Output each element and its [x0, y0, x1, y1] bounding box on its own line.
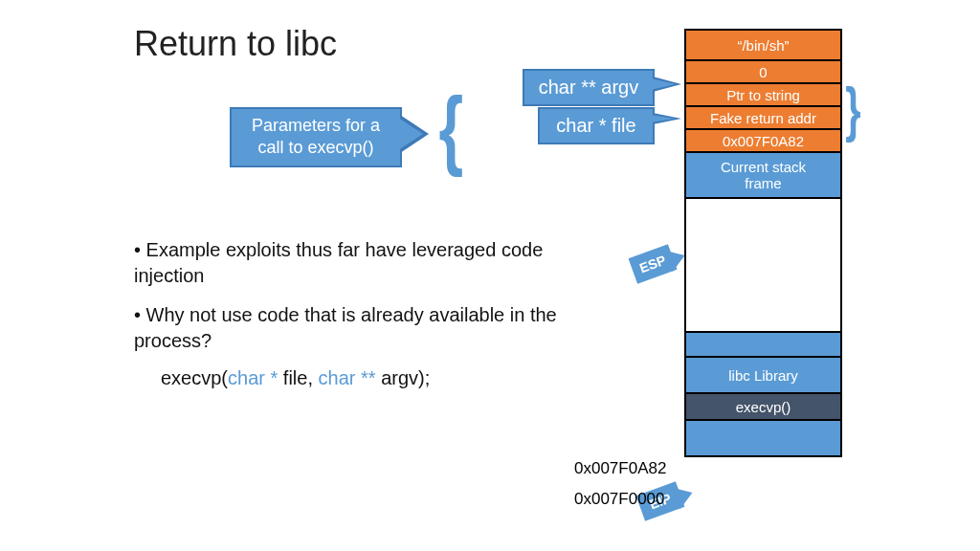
- stack-row-current-frame: Current stack frame: [686, 151, 840, 197]
- params-callout-pointer: [400, 115, 429, 153]
- stack-row-libc: libc Library: [686, 356, 840, 392]
- code-type1: char *: [228, 367, 283, 388]
- current-frame-l2: frame: [721, 175, 806, 191]
- stack-row-gap: [686, 197, 840, 331]
- argv-callout-pointer: [653, 77, 681, 92]
- left-brace-icon: {: [439, 77, 464, 180]
- bullet-2: Why not use code that is already availab…: [134, 302, 589, 354]
- right-brace-icon: }: [845, 75, 860, 144]
- file-callout-pointer: [653, 113, 681, 124]
- stack-row-zero: 0: [686, 59, 840, 82]
- code-pre: execvp(: [161, 367, 228, 388]
- code-type2: char **: [319, 367, 382, 388]
- params-callout-line2: call to execvp(): [241, 137, 390, 159]
- stack-row-pad2: [686, 419, 840, 455]
- code-line: execvp(char * file, char ** argv);: [161, 367, 589, 389]
- stack-row-fakeret: Fake return addr: [686, 105, 840, 128]
- bullet-1: Example exploits thus far have leveraged…: [134, 237, 589, 289]
- stack-row-ptr: Ptr to string: [686, 82, 840, 105]
- stack-row-execvp: execvp(): [686, 392, 840, 419]
- stack-diagram: “/bin/sh” 0 Ptr to string Fake return ad…: [684, 29, 842, 457]
- stack-row-binsh: “/bin/sh”: [686, 29, 840, 59]
- argv-callout: char ** argv: [523, 69, 655, 106]
- stack-row-pad1: [686, 331, 840, 356]
- current-frame-l1: Current stack: [721, 159, 806, 175]
- slide-title: Return to libc: [134, 24, 337, 64]
- params-callout: Parameters for a call to execvp(): [230, 107, 402, 167]
- address-label-bottom: 0x007F0000: [574, 490, 665, 509]
- address-label-top: 0x007F0A82: [574, 459, 666, 478]
- file-callout: char * file: [538, 107, 655, 144]
- code-post: argv);: [381, 367, 430, 388]
- bullet-list: Example exploits thus far have leveraged…: [134, 237, 589, 389]
- code-mid1: file,: [283, 367, 319, 388]
- stack-row-addr: 0x007F0A82: [686, 128, 840, 151]
- params-callout-line1: Parameters for a: [241, 115, 390, 137]
